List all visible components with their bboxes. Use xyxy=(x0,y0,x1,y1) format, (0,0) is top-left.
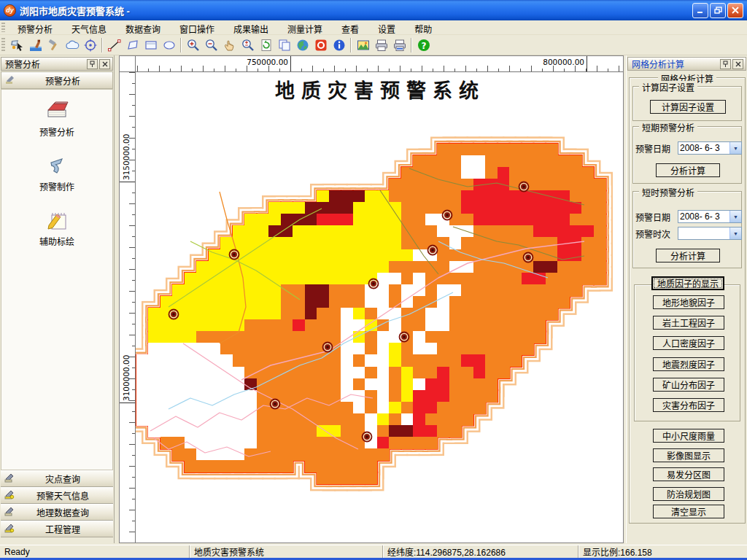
menu-item-2[interactable]: 数据查询 xyxy=(116,20,170,34)
nav-bar-label: 灾点查询 xyxy=(15,472,110,485)
nav-item-2[interactable]: 辅助标绘 xyxy=(39,208,74,247)
hruler-label: 800000.00 xyxy=(531,58,584,66)
left-panel-titlebar: 预警分析 xyxy=(1,57,113,71)
menu-bar: 预警分析天气信息数据查询窗口操作成果输出测量计算查看设置帮助 xyxy=(0,20,747,35)
factor-button-3[interactable]: 地震烈度因子 xyxy=(653,357,724,371)
menu-item-6[interactable]: 查看 xyxy=(332,20,368,34)
left-panel-content: 预警分析预警制作辅助标绘 xyxy=(1,89,113,470)
hruler-label: 750000.00 xyxy=(235,58,288,66)
menu-item-3[interactable]: 窗口操作 xyxy=(170,20,224,34)
nav-bar-3[interactable]: 工程管理 xyxy=(1,521,113,537)
risk-grid-cells xyxy=(136,144,606,485)
menu-item-1[interactable]: 天气信息 xyxy=(62,20,116,34)
polygon-icon[interactable] xyxy=(123,36,142,54)
extra-button-2[interactable]: 易发分区图 xyxy=(653,467,724,481)
short-time-date-combobox[interactable]: 2008- 6- 3 ▼ xyxy=(678,210,742,223)
map-image-icon[interactable] xyxy=(354,36,372,54)
nav-bar-1[interactable]: 预警天气信息 xyxy=(1,487,113,504)
cloud-icon[interactable] xyxy=(63,36,81,54)
status-scale: 显示比例:166.158 xyxy=(578,545,747,558)
vertical-ruler: 3150000.003100000.00 xyxy=(120,72,136,542)
zoom-out-icon[interactable] xyxy=(202,36,220,54)
globe-icon[interactable] xyxy=(293,36,311,54)
pin-icon[interactable] xyxy=(87,59,98,69)
print-setup-icon[interactable] xyxy=(390,36,409,54)
help-icon[interactable]: ? xyxy=(414,36,433,54)
nav-item-1[interactable]: 预警制作 xyxy=(39,153,74,192)
status-coordinates: 经纬度:114.296875,28.162686 xyxy=(383,545,578,558)
zoom-all-icon[interactable] xyxy=(239,36,257,54)
chevron-down-icon[interactable]: ▼ xyxy=(729,211,741,222)
extra-button-3[interactable]: 防治规划图 xyxy=(653,487,724,501)
map-title: 地质灾害预警系统 xyxy=(216,75,544,104)
nav-item-label: 辅助标绘 xyxy=(39,235,74,247)
left-panel-close-icon[interactable] xyxy=(99,59,110,69)
short-term-analyze-button[interactable]: 分析计算 xyxy=(656,163,720,177)
horizontal-ruler: 750000.00800000.00 xyxy=(136,56,623,72)
left-panel-bottom-bars: 灾点查询预警天气信息地理数据查询工程管理 xyxy=(1,470,113,537)
refresh-icon[interactable] xyxy=(257,36,275,54)
menu-item-5[interactable]: 测量计算 xyxy=(278,20,332,34)
menu-item-7[interactable]: 设置 xyxy=(368,20,405,34)
book-icon xyxy=(44,98,69,123)
stamp-yellow-icon xyxy=(4,489,15,502)
toolbar-grip-handle[interactable] xyxy=(1,38,5,52)
extra-button-4[interactable]: 清空显示 xyxy=(653,505,724,518)
short-term-date-combobox[interactable]: 2008- 6- 3 ▼ xyxy=(678,141,742,155)
grid-panel-close-icon[interactable] xyxy=(732,59,743,69)
menu-item-0[interactable]: 预警分析 xyxy=(8,20,62,34)
paint-icon[interactable] xyxy=(26,36,44,54)
factor-button-0[interactable]: 地形地貌因子 xyxy=(653,295,724,309)
vruler-label: 3150000.00 xyxy=(122,126,132,180)
left-panel-header[interactable]: 预警分析 xyxy=(1,71,113,89)
chevron-down-icon[interactable]: ▼ xyxy=(729,228,741,239)
line-icon[interactable] xyxy=(105,36,123,54)
factor-button-1[interactable]: 岩土工程因子 xyxy=(653,316,724,330)
target-icon[interactable] xyxy=(81,36,99,54)
factor-button-2[interactable]: 人口密度因子 xyxy=(653,336,724,350)
extra-button-0[interactable]: 中小尺度雨量 xyxy=(653,429,724,443)
menu-item-8[interactable]: 帮助 xyxy=(405,20,441,34)
rect-icon[interactable] xyxy=(142,36,160,54)
nav-bar-0[interactable]: 灾点查询 xyxy=(1,470,113,487)
print-icon[interactable] xyxy=(372,36,390,54)
info-icon[interactable] xyxy=(330,36,348,54)
restore-button[interactable] xyxy=(710,3,726,18)
nav-item-0[interactable]: 预警分析 xyxy=(39,98,74,138)
map-viewport[interactable]: 750000.00800000.00 3150000.003100000.00 … xyxy=(119,55,624,543)
ruler-corner xyxy=(120,56,136,72)
stop-icon[interactable] xyxy=(311,36,330,54)
copy-view-icon[interactable] xyxy=(275,36,293,54)
select-map-icon[interactable] xyxy=(8,36,26,54)
vruler-major-tick xyxy=(120,402,135,403)
geology-factor-display-button[interactable]: 地质因子的显示 xyxy=(651,276,724,290)
status-document: 地质灾害预警系统 xyxy=(190,545,383,558)
factor-button-4[interactable]: 矿山分布因子 xyxy=(653,378,724,392)
hammer-icon[interactable] xyxy=(44,36,63,54)
factor-button-5[interactable]: 灾害分布因子 xyxy=(653,398,724,412)
zoom-in-icon[interactable] xyxy=(184,36,202,54)
pan-icon[interactable] xyxy=(220,36,239,54)
close-button[interactable] xyxy=(727,3,743,18)
title-bar[interactable]: dy 浏阳市地质灾害预警系统 - xyxy=(0,0,747,20)
minimize-button[interactable] xyxy=(692,3,708,18)
left-panel-title: 预警分析 xyxy=(5,58,85,70)
extra-button-1[interactable]: 影像图显示 xyxy=(653,448,724,462)
short-term-label: 短期预警分析 xyxy=(639,121,697,133)
short-time-date-value: 2008- 6- 3 xyxy=(678,211,729,222)
menu-grip-handle[interactable] xyxy=(1,23,5,32)
nav-bar-2[interactable]: 地理数据查询 xyxy=(1,504,113,521)
ellipse-icon[interactable] xyxy=(160,36,178,54)
pin-icon[interactable] xyxy=(720,59,731,69)
nav-bar-label: 预警天气信息 xyxy=(15,489,110,502)
short-time-analyze-button[interactable]: 分析计算 xyxy=(656,249,720,262)
chevron-down-icon[interactable]: ▼ xyxy=(729,142,741,154)
risk-map[interactable] xyxy=(136,72,624,544)
menu-item-4[interactable]: 成果输出 xyxy=(224,20,278,34)
toolbar-separator xyxy=(101,38,103,52)
short-time-round-combobox[interactable]: ▼ xyxy=(678,227,742,240)
grid-panel-title: 网格分析计算 xyxy=(632,58,719,70)
svg-text:?: ? xyxy=(421,40,426,50)
map-canvas[interactable]: 地质灾害预警系统 xyxy=(136,72,624,544)
factor-setting-button[interactable]: 计算因子设置 xyxy=(650,100,726,114)
